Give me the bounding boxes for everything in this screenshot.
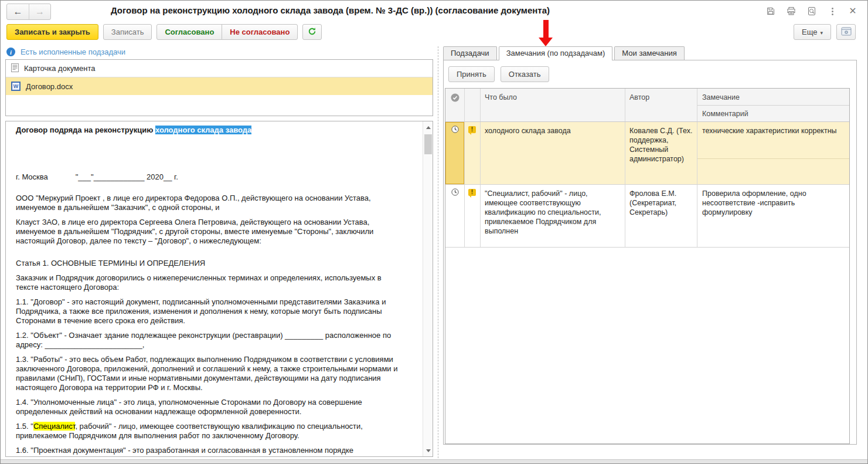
remark-comment-cell: Проверила оформление, одно несоответстви…	[697, 185, 849, 247]
document-paragraph: 1.4. "Уполномоченные лица" - это лица, у…	[16, 398, 398, 416]
table-body: !холодного склада заводаКовалев С.Д. (Те…	[445, 122, 849, 248]
window-bottom-edge	[1, 459, 867, 464]
close-icon[interactable]: ✕	[847, 6, 858, 16]
remark-row[interactable]: !холодного склада заводаКовалев С.Д. (Те…	[445, 122, 849, 185]
file-item[interactable]: Карточка документа	[6, 60, 433, 77]
tab-3[interactable]: Мои замечания	[614, 46, 685, 60]
remark-text: Проверила оформление, одно несоответстви…	[697, 185, 849, 217]
save-button[interactable]: Записать	[103, 24, 152, 40]
column-header-remark: Замечание	[697, 89, 849, 105]
clock-icon	[451, 126, 459, 136]
column-header-what[interactable]: Что было	[481, 89, 625, 121]
subtasks-notice-link[interactable]: Есть исполненные подзадачи	[21, 48, 125, 56]
select-all-icon	[451, 93, 459, 121]
not-approved-button[interactable]: Не согласовано	[222, 24, 298, 40]
back-icon: ←	[13, 6, 23, 16]
attachment-list: Карточка документаWДоговор.docx	[5, 59, 433, 116]
remark-row[interactable]: !"Специалист, рабочий" - лицо, имеющее с…	[445, 185, 849, 248]
document-paragraph: 1.5. "Специалист, рабочий" - лицо, имеющ…	[16, 422, 398, 441]
remark-text: технические характеристики корректны	[697, 122, 849, 158]
remarks-panel: Принять Отказать Что было Автор Замечани…	[443, 60, 857, 445]
column-header-author[interactable]: Автор	[625, 89, 697, 121]
remark-author-cell: Фролова Е.М. (Секретариат, Секретарь)	[625, 185, 697, 247]
more-button-label: Еще	[802, 28, 817, 36]
remark-author-cell: Ковалев С.Д. (Тех. поддержка, Системный …	[625, 122, 697, 184]
comment-text	[697, 158, 849, 181]
forward-icon: →	[35, 6, 45, 16]
document-preview-panel: Договор подряда на реконструкцию холодно…	[5, 121, 433, 457]
tab-2[interactable]: Замечания (по подзадачам)	[499, 46, 613, 60]
right-tabs: ПодзадачиЗамечания (по подзадачам)Мои за…	[443, 46, 685, 60]
scroll-thumb[interactable]	[424, 134, 432, 154]
clock-icon	[451, 188, 459, 198]
accept-button[interactable]: Принять	[448, 66, 495, 82]
title-bar: ← → Договор на реконструкцию холодного с…	[1, 1, 867, 22]
back-button[interactable]: ←	[7, 4, 29, 19]
forward-button[interactable]: →	[29, 4, 50, 19]
menu-dots-icon[interactable]	[827, 6, 838, 16]
document-text: Договор подряда на реконструкцию холодно…	[16, 126, 398, 457]
status-column-header[interactable]	[465, 89, 481, 121]
warning-icon: !	[468, 126, 476, 133]
tab-1[interactable]: Подзадачи	[443, 46, 497, 60]
file-item-label: Договор.docx	[26, 82, 73, 91]
save-close-button[interactable]: Записать и закрыть	[6, 24, 98, 40]
column-header-comment: Комментарий	[697, 105, 849, 121]
subtasks-notice: i Есть исполненные подзадачи	[6, 48, 125, 56]
print-icon[interactable]	[786, 6, 796, 16]
document-paragraph: 1.3. "Работы" - это весь объем Работ, по…	[16, 355, 398, 392]
row-flag-cell: !	[465, 185, 481, 247]
document-paragraph: Клауст ЗАО, в лице его директора Сергеев…	[16, 218, 398, 246]
file-item[interactable]: WДоговор.docx	[6, 77, 433, 95]
more-button[interactable]: Еще▾	[794, 24, 831, 40]
warning-icon: !	[468, 189, 476, 196]
info-icon: i	[6, 48, 15, 56]
row-status-cell	[445, 185, 465, 247]
application-window: ← → Договор на реконструкцию холодного с…	[0, 0, 868, 464]
remarks-actions: Принять Отказать	[448, 66, 549, 82]
save-icon[interactable]	[765, 6, 776, 16]
document-paragraph: Статья 1. ОСНОВНЫЕ ТЕРМИНЫ И ОПРЕДЕЛЕНИЯ	[16, 259, 398, 268]
form-settings-button[interactable]	[836, 24, 856, 40]
page-title: Договор на реконструкцию холодного склад…	[111, 5, 550, 15]
row-flag-cell: !	[465, 122, 481, 184]
preview-icon[interactable]	[806, 6, 817, 16]
scroll-up-icon[interactable]	[423, 123, 433, 132]
approved-button[interactable]: Согласовано	[156, 24, 222, 40]
selected-text: холодного склада завода	[155, 126, 251, 134]
annotation-arrow-icon	[537, 20, 554, 46]
highlighted-text: Специалист	[33, 422, 75, 431]
reject-button[interactable]: Отказать	[501, 66, 549, 82]
title-actions: ✕	[765, 6, 858, 16]
column-header-remark-comment[interactable]: Замечание Комментарий	[697, 89, 849, 121]
select-all-header[interactable]	[445, 89, 465, 121]
file-item-label: Карточка документа	[24, 64, 95, 73]
navigation-group: ← →	[6, 4, 51, 20]
panel-splitter[interactable]	[438, 46, 438, 458]
document-paragraph: 1.1. "Договор" - это настоящий документ,…	[16, 297, 398, 326]
remarks-section: ПодзадачиЗамечания (по подзадачам)Мои за…	[443, 46, 857, 445]
approval-button-group: Согласовано Не согласовано	[156, 24, 298, 40]
refresh-icon	[308, 27, 316, 38]
document-paragraph: 1.6. "Проектная документация" - это разр…	[16, 446, 398, 455]
table-header: Что было Автор Замечание Комментарий	[445, 89, 849, 122]
refresh-button[interactable]	[302, 24, 322, 40]
scroll-down-icon[interactable]	[423, 446, 433, 455]
remark-what-cell: холодного склада завода	[481, 122, 625, 184]
word-file-icon: W	[11, 82, 21, 91]
row-status-cell	[445, 122, 465, 184]
main-toolbar: Записать и закрыть Записать Согласовано …	[1, 22, 867, 43]
document-paragraph: Заказчик и Подрядчик договорились о ниже…	[16, 273, 398, 292]
form-settings-icon	[841, 27, 852, 38]
document-paragraph: Договор подряда на реконструкцию холодно…	[16, 126, 398, 135]
more-caret-icon: ▾	[820, 30, 823, 36]
document-paragraph: 1.2. "Объект" - Означает здание подлежащ…	[16, 331, 398, 350]
remark-what-cell: "Специалист, рабочий" - лицо, имеющее со…	[481, 185, 625, 247]
document-paragraph: г. Москва "___"____________ 2020__ г.	[16, 172, 398, 182]
document-paragraph: ООО "Меркурий Проект , в лице его директ…	[16, 194, 398, 212]
document-scrollbar[interactable]	[423, 121, 433, 456]
document-card-icon	[11, 63, 19, 74]
remark-comment-cell: технические характеристики корректны	[697, 122, 849, 184]
remarks-table: Что было Автор Замечание Комментарий !хо…	[445, 88, 850, 444]
